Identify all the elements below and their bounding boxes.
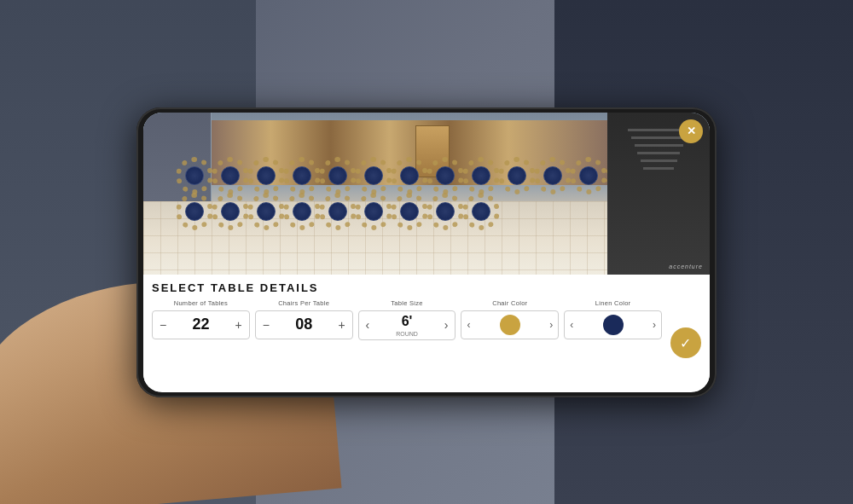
chair-color-prev[interactable]: ‹ [467, 319, 470, 331]
table-size-prev[interactable]: ‹ [364, 318, 372, 332]
table-item [286, 195, 318, 228]
chair-color-group: Chair Color ‹ › [461, 299, 559, 339]
table-item [214, 195, 247, 228]
chairs-per-table-decrement[interactable]: − [261, 318, 271, 332]
table-item [393, 195, 426, 228]
table-item [572, 159, 605, 192]
chairs-per-table-label: Chairs Per Table [278, 299, 329, 307]
table-item [322, 159, 354, 192]
table-item [214, 159, 247, 192]
table-item [393, 159, 426, 192]
table-size-value: 6' [395, 314, 419, 329]
linen-color-swatch [603, 315, 624, 335]
chairs-per-table-stepper[interactable]: − 08 + [255, 310, 353, 339]
table-size-stepper[interactable]: ‹ 6' ROUND › [358, 310, 456, 340]
confirm-button[interactable]: ✓ [670, 327, 701, 358]
table-item [178, 159, 211, 192]
controls-panel: SELECT TABLE DETAILS Number of Tables − … [143, 275, 710, 392]
table-size-display: 6' ROUND [395, 314, 419, 337]
checkmark-icon: ✓ [680, 335, 691, 351]
table-item [537, 159, 569, 192]
table-size-group: Table Size ‹ 6' ROUND › [358, 299, 456, 340]
table-item [357, 159, 390, 192]
table-item [286, 159, 318, 192]
tables-area [171, 153, 682, 258]
table-item [465, 159, 497, 192]
table-item [501, 159, 533, 192]
table-size-label: Table Size [391, 299, 423, 307]
phone-screen: accenture ✕ SELECT TABLE DETAILS Number … [143, 113, 710, 392]
staircase [628, 129, 689, 258]
linen-color-next[interactable]: › [653, 319, 656, 331]
num-tables-increment[interactable]: + [234, 318, 244, 332]
table-item [322, 195, 354, 228]
linen-color-prev[interactable]: ‹ [570, 319, 573, 331]
chairs-per-table-group: Chairs Per Table − 08 + [255, 299, 353, 339]
table-item [250, 159, 282, 192]
controls-row: Number of Tables − 22 + Chairs Per Table… [152, 299, 701, 387]
num-tables-value: 22 [189, 316, 212, 333]
room-preview: accenture ✕ [143, 113, 710, 275]
chair-color-picker[interactable]: ‹ › [461, 310, 559, 339]
close-icon: ✕ [687, 125, 696, 137]
chair-color-swatch [500, 315, 520, 335]
chairs-per-table-value: 08 [292, 316, 316, 333]
num-tables-stepper[interactable]: − 22 + [152, 310, 250, 339]
table-item [429, 195, 461, 228]
num-tables-decrement[interactable]: − [158, 318, 168, 332]
table-item [465, 195, 497, 228]
table-item [178, 195, 211, 228]
linen-color-picker[interactable]: ‹ › [564, 310, 662, 339]
phone-device: accenture ✕ SELECT TABLE DETAILS Number … [136, 107, 717, 397]
table-size-sub: ROUND [395, 331, 419, 337]
chair-color-label: Chair Color [492, 299, 527, 307]
chair-color-next[interactable]: › [549, 319, 553, 331]
table-item [357, 195, 390, 228]
accenture-watermark: accenture [669, 264, 703, 269]
close-button[interactable]: ✕ [679, 119, 703, 143]
linen-color-group: Linen Color ‹ › [564, 299, 662, 339]
num-tables-label: Number of Tables [174, 299, 228, 307]
table-item [429, 159, 461, 192]
table-item [250, 195, 282, 228]
chairs-per-table-increment[interactable]: + [336, 318, 346, 332]
table-size-next[interactable]: › [443, 318, 450, 332]
num-tables-group: Number of Tables − 22 + [152, 299, 250, 339]
panel-title: SELECT TABLE DETAILS [152, 281, 701, 294]
linen-color-label: Linen Color [595, 299, 631, 307]
